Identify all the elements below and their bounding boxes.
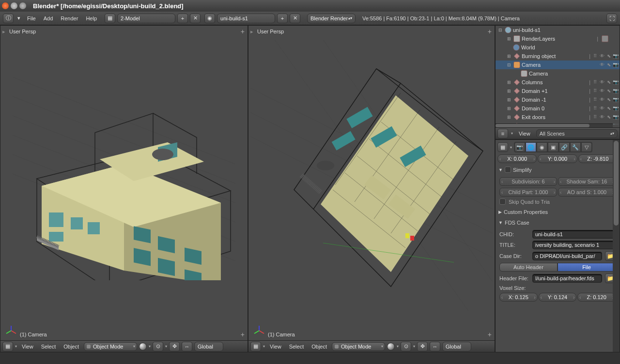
- mode-dropdown[interactable]: Object Mode: [84, 342, 137, 351]
- case-dir-input[interactable]: o DIPRADI/uni-build_par/: [532, 252, 602, 260]
- tab-modifiers[interactable]: 🔧: [570, 142, 581, 152]
- properties-vscroll[interactable]: [613, 140, 620, 352]
- collapse-icon[interactable]: ⊟: [497, 27, 503, 33]
- voxel-z-field[interactable]: Z: 0.120: [577, 293, 616, 302]
- maximize-icon[interactable]: [19, 2, 26, 9]
- eye-icon[interactable]: 👁: [599, 97, 605, 103]
- outliner-hscroll[interactable]: [496, 123, 613, 127]
- outliner-object-row[interactable]: ⊞Exit doors|⠿👁⬉📷: [496, 113, 620, 121]
- menu-object[interactable]: Object: [309, 342, 330, 351]
- outliner-object-row[interactable]: ⊞Domain 0|⠿👁⬉📷: [496, 104, 620, 113]
- menu-view[interactable]: View: [267, 342, 284, 351]
- layout-add-icon[interactable]: +: [177, 14, 188, 23]
- eye-icon[interactable]: 👁: [599, 88, 605, 94]
- shading-icon[interactable]: [387, 343, 395, 350]
- pivot-icon[interactable]: ⊙: [401, 342, 411, 351]
- cursor-icon[interactable]: ⬉: [606, 53, 612, 59]
- scene-add-icon[interactable]: +: [277, 14, 288, 23]
- tab-object[interactable]: ▣: [548, 142, 558, 152]
- custom-properties-header[interactable]: ▶ Custom Properties: [497, 208, 618, 216]
- render-icon[interactable]: 📷: [613, 114, 619, 120]
- menu-render[interactable]: Render: [58, 14, 81, 23]
- manipulator-icon[interactable]: ✥: [417, 342, 428, 351]
- viewport-left[interactable]: ▸ User Persp +: [0, 25, 248, 352]
- expand-icon[interactable]: ▾: [16, 14, 22, 23]
- render-icon[interactable]: 📷: [613, 79, 619, 85]
- mode-dropdown[interactable]: Object Mode: [332, 342, 385, 351]
- render-icon[interactable]: 📷: [613, 88, 619, 94]
- fullscreen-icon[interactable]: ⛶: [606, 14, 617, 23]
- collapse-icon[interactable]: ▸: [250, 29, 253, 35]
- expand-icon[interactable]: ⊞: [506, 106, 512, 111]
- editor-type-icon[interactable]: ≡: [497, 129, 508, 138]
- scene-browse-icon[interactable]: ◉: [204, 14, 215, 23]
- menu-object[interactable]: Object: [61, 342, 82, 351]
- expand-icon[interactable]: ⊞: [506, 88, 512, 94]
- pivot-icon[interactable]: ⊙: [153, 342, 163, 351]
- render-icon[interactable]: 📷: [613, 123, 619, 124]
- subdivision-field[interactable]: Subdivision: 6: [499, 177, 557, 186]
- expand-icon[interactable]: ▾: [263, 344, 265, 349]
- voxel-x-field[interactable]: X: 0.125: [499, 293, 538, 302]
- layout-delete-icon[interactable]: ✕: [190, 14, 201, 23]
- cursor-icon[interactable]: ⬉: [606, 114, 612, 120]
- layout-browse-icon[interactable]: ▦: [105, 14, 115, 23]
- chid-input[interactable]: uni-build-s1: [532, 230, 616, 239]
- skip-quad-checkbox[interactable]: [499, 198, 506, 205]
- ao-sss-field[interactable]: AO and S: 1.000: [558, 188, 616, 197]
- scene-delete-icon[interactable]: ✕: [290, 14, 300, 23]
- tab-render[interactable]: 📷: [514, 142, 525, 152]
- outliner-world-row[interactable]: World: [496, 43, 620, 52]
- outliner-scene-row[interactable]: ⊟ uni-build-s1: [496, 26, 620, 34]
- tab-world[interactable]: ◉: [537, 142, 547, 152]
- add-region-icon[interactable]: +: [488, 28, 492, 35]
- cursor-icon[interactable]: ⬉: [606, 106, 612, 111]
- eye-icon[interactable]: 👁: [599, 62, 605, 68]
- cursor-icon[interactable]: ⬉: [606, 62, 612, 68]
- tab-data[interactable]: ▽: [581, 142, 592, 152]
- menu-view[interactable]: View: [19, 342, 36, 351]
- cursor-icon[interactable]: ⬉: [606, 97, 612, 103]
- x-field[interactable]: X: 0.000: [497, 154, 537, 163]
- voxel-y-field[interactable]: Y: 0.124: [539, 293, 577, 302]
- auto-header-button[interactable]: Auto Header: [499, 263, 558, 272]
- fds-case-header[interactable]: ▼ FDS Case: [497, 218, 618, 227]
- outliner-object-row[interactable]: ⊞Burning object|⠿👁⬉📷: [496, 52, 620, 61]
- collapse-icon[interactable]: ▸: [2, 29, 5, 35]
- orientation-dropdown[interactable]: Global: [194, 342, 223, 351]
- translate-icon[interactable]: ↔: [182, 342, 192, 351]
- outliner-object-row[interactable]: ⊟Camera👁⬉📷: [496, 61, 620, 69]
- title-input[interactable]: iversity building, scenario 1: [532, 241, 616, 249]
- render-icon[interactable]: 📷: [613, 53, 619, 59]
- menu-view[interactable]: View: [516, 129, 533, 138]
- editor-type-icon[interactable]: ▦: [250, 342, 261, 351]
- outliner-filter-dropdown[interactable]: All Scenes▴▾: [536, 129, 618, 138]
- eye-icon[interactable]: 👁: [599, 79, 605, 85]
- eye-icon[interactable]: 👁: [599, 114, 605, 120]
- expand-icon[interactable]: ⊟: [506, 62, 512, 68]
- z-field[interactable]: Z: -9.810: [578, 154, 618, 163]
- menu-help[interactable]: Help: [83, 14, 100, 23]
- expand-icon[interactable]: ▾: [15, 344, 17, 349]
- orientation-dropdown[interactable]: Global: [442, 342, 471, 351]
- add-region-icon[interactable]: +: [241, 331, 245, 338]
- header-file-input[interactable]: I/uni-build-par/header.fds: [532, 274, 602, 283]
- outliner-object-row[interactable]: ⊞Domain -1|⠿👁⬉📷: [496, 95, 620, 104]
- manipulator-icon[interactable]: ✥: [169, 342, 180, 351]
- add-region-icon[interactable]: +: [241, 28, 245, 35]
- file-header-button[interactable]: File: [558, 263, 616, 272]
- outliner-object-row[interactable]: ⊞Domain +1|⠿👁⬉📷: [496, 87, 620, 95]
- render-engine-dropdown[interactable]: Blender Render▴▾: [307, 14, 356, 23]
- expand-icon[interactable]: ⊞: [506, 36, 512, 42]
- menu-select[interactable]: Select: [38, 342, 59, 351]
- tab-constraints[interactable]: 🔗: [559, 142, 570, 152]
- outliner-renderlayers-row[interactable]: ⊞ RenderLayers |: [496, 34, 620, 43]
- expand-icon[interactable]: ⊞: [506, 79, 512, 85]
- eye-icon[interactable]: 👁: [599, 53, 605, 59]
- expand-icon[interactable]: ⊞: [506, 97, 512, 103]
- child-particles-field[interactable]: Child Part: 1.000: [499, 188, 557, 197]
- menu-file[interactable]: File: [24, 14, 39, 23]
- outliner-camera-data-row[interactable]: Camera: [496, 69, 620, 78]
- viewport-right[interactable]: ▸ User Persp +: [248, 25, 495, 352]
- simplify-checkbox[interactable]: [505, 167, 511, 173]
